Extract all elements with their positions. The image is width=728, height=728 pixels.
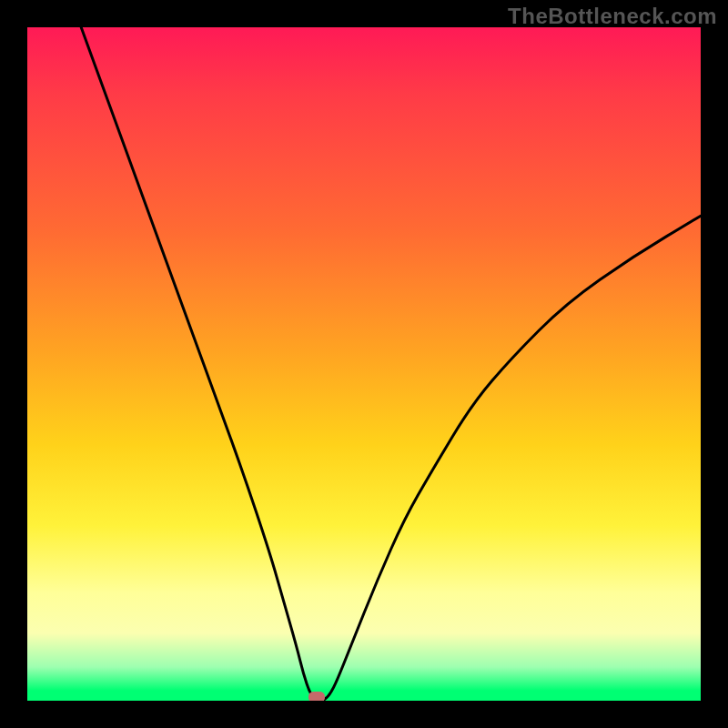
curve-svg xyxy=(27,27,701,701)
plot-area xyxy=(27,27,701,701)
chart-frame: TheBottleneck.com xyxy=(0,0,728,728)
min-marker xyxy=(308,692,325,701)
watermark-text: TheBottleneck.com xyxy=(508,4,717,29)
bottleneck-curve xyxy=(81,27,701,701)
